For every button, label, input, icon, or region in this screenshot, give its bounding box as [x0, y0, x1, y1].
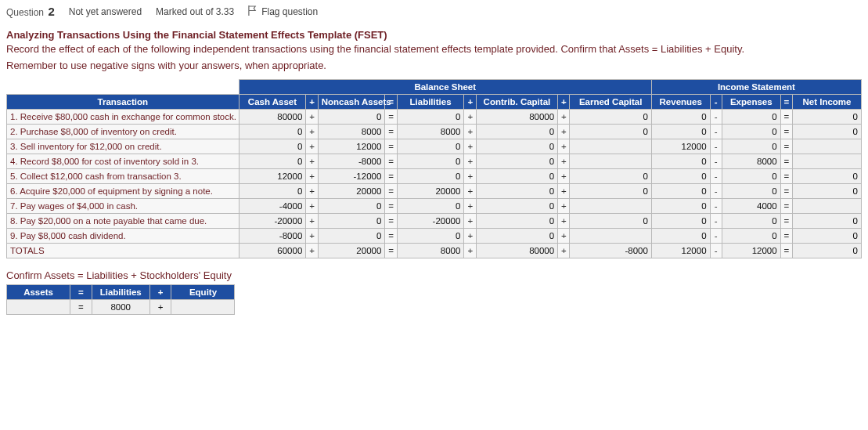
- value-cell-noncash[interactable]: 8000: [318, 125, 385, 139]
- value-cell-cc[interactable]: 0: [476, 184, 557, 199]
- transaction-desc: 5. Collect $12,000 cash from transaction…: [7, 169, 240, 184]
- op-cell: =: [780, 154, 792, 169]
- op-cell: =: [780, 125, 792, 139]
- op-cell: =: [385, 169, 397, 184]
- value-cell-rev[interactable]: 0: [651, 199, 710, 214]
- op-cell: +: [306, 199, 318, 214]
- value-cell-noncash[interactable]: 0: [318, 229, 385, 244]
- value-cell-noncash[interactable]: 0: [318, 214, 385, 229]
- value-cell-cash[interactable]: 12000: [239, 169, 306, 184]
- value-cell-ec[interactable]: [570, 139, 651, 154]
- value-cell-cc[interactable]: 80000: [476, 244, 557, 258]
- value-cell-ec[interactable]: [570, 229, 651, 244]
- value-cell-ni[interactable]: 0: [792, 244, 861, 258]
- value-cell-cc[interactable]: 80000: [476, 110, 557, 125]
- op-cell: =: [385, 110, 397, 125]
- value-cell-cash[interactable]: -20000: [239, 214, 306, 229]
- confirm-col-liabilities: Liabilities: [92, 285, 149, 300]
- value-cell-ec[interactable]: 0: [570, 110, 651, 125]
- value-cell-liab[interactable]: 8000: [397, 125, 464, 139]
- op-cell: -: [710, 125, 722, 139]
- value-cell-cash[interactable]: 0: [239, 139, 306, 154]
- value-cell-ni[interactable]: 0: [792, 229, 861, 244]
- value-cell-liab[interactable]: 8000: [397, 244, 464, 258]
- value-cell-cash[interactable]: -8000: [239, 229, 306, 244]
- value-cell-noncash[interactable]: 20000: [318, 184, 385, 199]
- value-cell-exp[interactable]: 0: [722, 214, 780, 229]
- op-cell: =: [385, 139, 397, 154]
- value-cell-exp[interactable]: 0: [722, 125, 780, 139]
- value-cell-exp[interactable]: 8000: [722, 154, 780, 169]
- op-plus: +: [306, 95, 318, 110]
- value-cell-rev[interactable]: 12000: [651, 244, 710, 258]
- value-cell-exp[interactable]: 12000: [722, 244, 780, 258]
- value-cell-liab[interactable]: 0: [397, 229, 464, 244]
- value-cell-ni[interactable]: [792, 139, 861, 154]
- value-cell-exp[interactable]: 4000: [722, 199, 780, 214]
- value-cell-ni[interactable]: 0: [792, 184, 861, 199]
- value-cell-ec[interactable]: 0: [570, 184, 651, 199]
- op-cell: +: [558, 125, 570, 139]
- col-liabilities: Liabilities: [397, 95, 464, 110]
- value-cell-ec[interactable]: 0: [570, 169, 651, 184]
- value-cell-cash[interactable]: 0: [239, 184, 306, 199]
- value-cell-cc[interactable]: 0: [476, 229, 557, 244]
- value-cell-noncash[interactable]: 0: [318, 110, 385, 125]
- value-cell-cc[interactable]: 0: [476, 154, 557, 169]
- value-cell-rev[interactable]: 12000: [651, 139, 710, 154]
- prompt-reminder: Remember to use negative signs with your…: [6, 60, 862, 71]
- value-cell-rev[interactable]: 0: [651, 125, 710, 139]
- value-cell-ni[interactable]: 0: [792, 125, 861, 139]
- value-cell-liab[interactable]: 0: [397, 169, 464, 184]
- value-cell-liab[interactable]: 0: [397, 154, 464, 169]
- value-cell-ni[interactable]: 0: [792, 110, 861, 125]
- value-cell-cash[interactable]: 0: [239, 125, 306, 139]
- value-cell-noncash[interactable]: 20000: [318, 244, 385, 258]
- value-cell-liab[interactable]: 20000: [397, 184, 464, 199]
- confirm-liab-cell[interactable]: 8000: [92, 300, 149, 315]
- value-cell-ni[interactable]: 0: [792, 169, 861, 184]
- value-cell-noncash[interactable]: 12000: [318, 139, 385, 154]
- flag-question-button[interactable]: Flag question: [248, 5, 318, 18]
- value-cell-exp[interactable]: 0: [722, 139, 780, 154]
- value-cell-noncash[interactable]: -12000: [318, 169, 385, 184]
- value-cell-rev[interactable]: 0: [651, 169, 710, 184]
- value-cell-exp[interactable]: 0: [722, 184, 780, 199]
- value-cell-ec[interactable]: 0: [570, 214, 651, 229]
- value-cell-cash[interactable]: 60000: [239, 244, 306, 258]
- value-cell-cash[interactable]: 80000: [239, 110, 306, 125]
- value-cell-ec[interactable]: [570, 154, 651, 169]
- value-cell-cc[interactable]: 0: [476, 125, 557, 139]
- value-cell-rev[interactable]: 0: [651, 229, 710, 244]
- value-cell-cash[interactable]: -4000: [239, 199, 306, 214]
- value-cell-noncash[interactable]: 0: [318, 199, 385, 214]
- value-cell-cc[interactable]: 0: [476, 214, 557, 229]
- value-cell-exp[interactable]: 0: [722, 229, 780, 244]
- question-label: Question: [6, 7, 44, 18]
- value-cell-exp[interactable]: 0: [722, 110, 780, 125]
- confirm-assets-cell[interactable]: [7, 300, 70, 315]
- value-cell-cc[interactable]: 0: [476, 169, 557, 184]
- value-cell-noncash[interactable]: -8000: [318, 154, 385, 169]
- value-cell-ec[interactable]: 0: [570, 125, 651, 139]
- value-cell-ni[interactable]: [792, 154, 861, 169]
- value-cell-liab[interactable]: 0: [397, 110, 464, 125]
- value-cell-ni[interactable]: 0: [792, 214, 861, 229]
- value-cell-cc[interactable]: 0: [476, 139, 557, 154]
- value-cell-ec[interactable]: [570, 199, 651, 214]
- op-cell: =: [385, 125, 397, 139]
- value-cell-liab[interactable]: 0: [397, 139, 464, 154]
- col-revenues: Revenues: [651, 95, 710, 110]
- value-cell-rev[interactable]: 0: [651, 214, 710, 229]
- value-cell-liab[interactable]: 0: [397, 199, 464, 214]
- value-cell-cash[interactable]: 0: [239, 154, 306, 169]
- value-cell-exp[interactable]: 0: [722, 169, 780, 184]
- value-cell-rev[interactable]: 0: [651, 184, 710, 199]
- value-cell-rev[interactable]: 0: [651, 110, 710, 125]
- value-cell-ni[interactable]: [792, 199, 861, 214]
- value-cell-ec[interactable]: -8000: [570, 244, 651, 258]
- value-cell-cc[interactable]: 0: [476, 199, 557, 214]
- confirm-equity-cell[interactable]: [171, 300, 235, 315]
- value-cell-liab[interactable]: -20000: [397, 214, 464, 229]
- value-cell-rev[interactable]: 0: [651, 154, 710, 169]
